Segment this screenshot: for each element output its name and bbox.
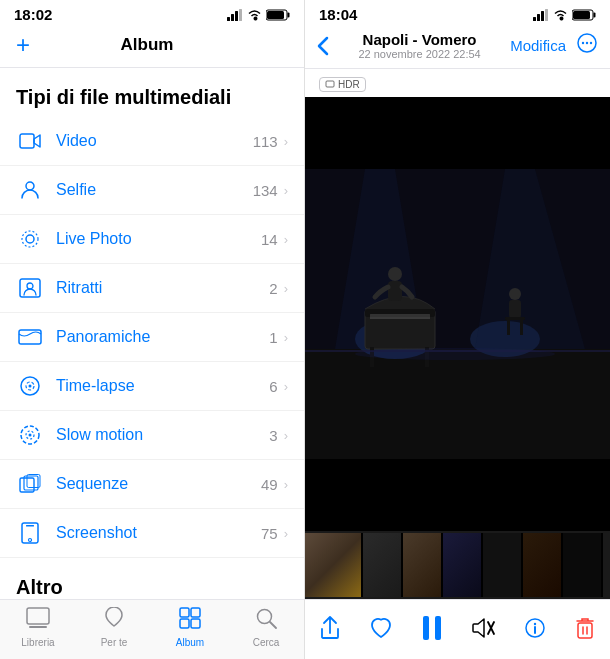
timelapse-icon [16, 372, 44, 400]
right-panel: 18:04 [305, 0, 610, 659]
svg-point-63 [388, 267, 402, 281]
nav-title: Napoli - Vomero 22 novembre 2022 22:54 [329, 31, 510, 60]
left-time: 18:02 [14, 6, 52, 23]
add-button[interactable]: + [16, 33, 30, 57]
sequenze-icon [16, 470, 44, 498]
film-thumb-3[interactable] [403, 533, 443, 597]
livephoto-icon [16, 225, 44, 253]
trash-button[interactable] [566, 612, 604, 644]
svg-rect-35 [191, 608, 200, 617]
share-button[interactable] [311, 611, 349, 645]
livephoto-chevron: › [284, 232, 288, 247]
left-status-bar: 18:02 [0, 0, 304, 27]
svg-rect-3 [239, 9, 242, 21]
selfie-count: 134 [253, 182, 278, 199]
panoramiche-icon [16, 323, 44, 351]
list-item-timelapse[interactable]: Time-lapse 6 › [0, 362, 304, 411]
svg-point-12 [27, 283, 33, 289]
film-thumb-4[interactable] [443, 533, 483, 597]
album-icon [179, 607, 201, 635]
list-item-slowmotion[interactable]: Slow motion 3 › [0, 411, 304, 460]
svg-rect-25 [26, 525, 34, 527]
like-button[interactable] [361, 613, 401, 643]
right-bottom-bar [305, 599, 610, 659]
slowmotion-chevron: › [284, 428, 288, 443]
list-item-sequenze[interactable]: Sequenze 49 › [0, 460, 304, 509]
left-header: + Album [0, 27, 304, 68]
slowmotion-label: Slow motion [56, 426, 269, 444]
svg-line-39 [270, 622, 276, 628]
tab-cerca[interactable]: Cerca [228, 600, 304, 655]
video-icon [16, 127, 44, 155]
list-item-screenshot[interactable]: Screenshot 75 › [0, 509, 304, 558]
svg-point-78 [534, 622, 536, 624]
svg-rect-73 [435, 616, 441, 640]
hdr-icon [325, 79, 335, 89]
selfie-chevron: › [284, 183, 288, 198]
video-count: 113 [253, 133, 278, 150]
slowmotion-count: 3 [269, 427, 277, 444]
svg-rect-42 [541, 11, 544, 21]
mute-button[interactable] [462, 613, 504, 643]
svg-rect-6 [267, 11, 284, 19]
album-date: 22 novembre 2022 22:54 [329, 48, 510, 60]
timelapse-count: 6 [269, 378, 277, 395]
svg-rect-51 [326, 81, 334, 87]
svg-point-71 [355, 348, 555, 360]
film-thumb-5[interactable] [483, 533, 523, 597]
livephoto-label: Live Photo [56, 230, 261, 248]
album-label: Album [176, 637, 204, 648]
filmstrip[interactable] [305, 531, 610, 599]
svg-rect-72 [423, 616, 429, 640]
screenshot-icon [16, 519, 44, 547]
film-thumb-6[interactable] [523, 533, 563, 597]
svg-point-65 [509, 288, 521, 300]
timelapse-chevron: › [284, 379, 288, 394]
per-te-icon [103, 607, 125, 635]
list-item-panoramiche[interactable]: Panoramiche 1 › [0, 313, 304, 362]
pause-button[interactable] [413, 611, 451, 645]
panoramiche-count: 1 [269, 329, 277, 346]
right-signal-icon [533, 9, 549, 21]
svg-point-48 [586, 42, 588, 44]
more-button[interactable] [576, 32, 598, 59]
album-name: Napoli - Vomero [329, 31, 510, 48]
svg-point-9 [26, 235, 34, 243]
svg-rect-33 [29, 626, 47, 628]
selfie-icon [16, 176, 44, 204]
sequenze-chevron: › [284, 477, 288, 492]
ritratti-icon [16, 274, 44, 302]
wifi-icon [247, 9, 262, 21]
back-button[interactable] [317, 36, 329, 56]
tab-libreria[interactable]: Libreria [0, 600, 76, 655]
list-item-ritratti[interactable]: Ritratti 2 › [0, 264, 304, 313]
photo-container[interactable] [305, 97, 610, 531]
svg-rect-64 [388, 281, 402, 301]
ritratti-chevron: › [284, 281, 288, 296]
list-item-selfie[interactable]: Selfie 134 › [0, 166, 304, 215]
modifica-button[interactable]: Modifica [510, 37, 566, 54]
svg-rect-45 [594, 12, 596, 17]
film-thumb-2[interactable] [363, 533, 403, 597]
svg-rect-67 [505, 317, 525, 320]
timelapse-label: Time-lapse [56, 377, 269, 395]
tab-per-te[interactable]: Per te [76, 600, 152, 655]
film-thumb-1[interactable] [305, 533, 363, 597]
list-item-livephoto[interactable]: Live Photo 14 › [0, 215, 304, 264]
svg-rect-1 [231, 14, 234, 21]
svg-point-19 [29, 434, 32, 437]
svg-rect-11 [20, 279, 40, 297]
film-thumb-7[interactable] [563, 533, 603, 597]
left-status-icons [227, 9, 290, 21]
tab-album[interactable]: Album [152, 600, 228, 655]
list-item-video[interactable]: Video 113 › [0, 117, 304, 166]
slowmotion-icon [16, 421, 44, 449]
hdr-badge-container: HDR [305, 69, 610, 97]
per-te-label: Per te [101, 637, 128, 648]
svg-point-24 [29, 539, 32, 542]
panoramiche-label: Panoramiche [56, 328, 269, 346]
right-wifi-icon [553, 9, 568, 21]
libreria-icon [26, 607, 50, 635]
info-button[interactable] [516, 613, 554, 643]
left-tab-bar: Libreria Per te Album [0, 599, 304, 659]
